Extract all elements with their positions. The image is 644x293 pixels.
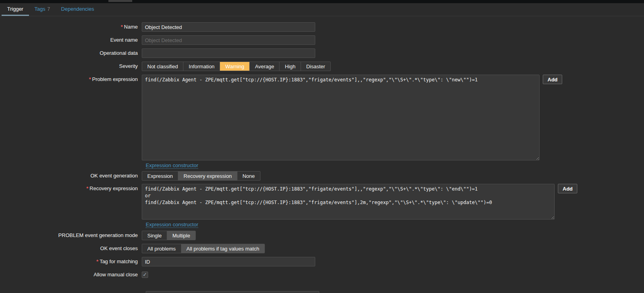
- recovery-expression-constructor-link[interactable]: Expression constructor: [146, 222, 198, 228]
- name-label: *Name: [0, 22, 142, 32]
- row-recovery-expression: *Recovery expression find(/Zabbix Agent …: [0, 184, 644, 220]
- problem-mode-multiple[interactable]: Multiple: [167, 231, 195, 240]
- severity-not-classified[interactable]: Not classified: [142, 62, 183, 71]
- ok-event-generation-group: Expression Recovery expression None: [142, 171, 260, 181]
- recovery-expression-add-button[interactable]: Add: [558, 184, 577, 193]
- allow-manual-close-checkbox[interactable]: ✓: [142, 272, 148, 278]
- row-tag-for-matching: *Tag for matching: [0, 257, 644, 266]
- problem-event-generation-mode-label: PROBLEM event generation mode: [0, 231, 142, 240]
- ok-event-generation-expression[interactable]: Expression: [142, 172, 178, 180]
- recovery-expression-textarea[interactable]: find(/Zabbix Agent - ZPE/mqtt.get["tcp:/…: [142, 184, 555, 220]
- row-problem-event-generation-mode: PROBLEM event generation mode Single Mul…: [0, 231, 644, 240]
- required-mark: *: [87, 185, 89, 191]
- top-dark-bar: [0, 0, 644, 3]
- severity-average[interactable]: Average: [249, 62, 279, 71]
- required-mark: *: [89, 76, 91, 82]
- operational-data-label: Operational data: [0, 48, 142, 58]
- row-operational-data: Operational data: [0, 48, 644, 58]
- problem-expression-add-button[interactable]: Add: [543, 75, 562, 84]
- row-severity: Severity Not classified Information Warn…: [0, 62, 644, 71]
- tab-bar: Trigger Tags 7 Dependencies: [0, 3, 644, 16]
- severity-disaster[interactable]: Disaster: [301, 62, 330, 71]
- name-input[interactable]: [142, 22, 315, 32]
- required-mark: *: [96, 258, 98, 264]
- topbar-fragment: [108, 0, 132, 2]
- row-name: *Name: [0, 22, 644, 32]
- trigger-form: *Name Event name Operational data Severi…: [0, 16, 644, 283]
- ok-event-generation-label: OK event generation: [0, 171, 142, 181]
- tab-dependencies[interactable]: Dependencies: [56, 3, 100, 16]
- recovery-expression-label: *Recovery expression: [0, 184, 142, 193]
- tab-dependencies-label: Dependencies: [61, 6, 94, 12]
- problem-expression-textarea[interactable]: find(/Zabbix Agent - ZPE/mqtt.get["tcp:/…: [142, 75, 540, 160]
- problem-expression-constructor-link[interactable]: Expression constructor: [146, 162, 198, 169]
- row-problem-expression: *Problem expression find(/Zabbix Agent -…: [0, 75, 644, 160]
- problem-expression-field: find(/Zabbix Agent - ZPE/mqtt.get["tcp:/…: [142, 75, 562, 160]
- severity-group: Not classified Information Warning Avera…: [142, 62, 331, 71]
- tag-for-matching-input[interactable]: [142, 257, 315, 266]
- severity-label: Severity: [0, 62, 142, 71]
- tab-trigger[interactable]: Trigger: [2, 3, 29, 16]
- ok-closes-all-problems[interactable]: All problems: [142, 244, 181, 253]
- event-name-input[interactable]: [142, 35, 315, 45]
- tab-tags-count: 7: [47, 6, 50, 12]
- severity-warning[interactable]: Warning: [220, 62, 249, 71]
- ok-event-closes-label: OK event closes: [0, 244, 142, 253]
- problem-expression-label: *Problem expression: [0, 75, 142, 84]
- trigger-config-page: { "tabs": [ { "label": "Trigger", "activ…: [0, 0, 644, 293]
- tab-trigger-label: Trigger: [7, 6, 23, 12]
- ok-closes-all-problems-if-tag-match[interactable]: All problems if tag values match: [181, 244, 265, 253]
- allow-manual-close-label: Allow manual close: [0, 270, 142, 280]
- tab-tags[interactable]: Tags 7: [29, 3, 56, 16]
- severity-high[interactable]: High: [279, 62, 301, 71]
- ok-event-closes-group: All problems All problems if tag values …: [142, 244, 265, 253]
- recovery-expression-field: find(/Zabbix Agent - ZPE/mqtt.get["tcp:/…: [142, 184, 577, 220]
- tag-for-matching-label: *Tag for matching: [0, 257, 142, 266]
- row-ok-event-closes: OK event closes All problems All problem…: [0, 244, 644, 253]
- event-name-label: Event name: [0, 35, 142, 45]
- check-icon: ✓: [143, 272, 147, 278]
- next-field-input-partial[interactable]: [146, 291, 319, 293]
- operational-data-input[interactable]: [142, 48, 315, 58]
- row-ok-event-generation: OK event generation Expression Recovery …: [0, 171, 644, 181]
- tab-tags-label: Tags: [35, 6, 45, 12]
- severity-information[interactable]: Information: [183, 62, 220, 71]
- problem-event-generation-mode-group: Single Multiple: [142, 231, 196, 240]
- ok-event-generation-none[interactable]: None: [237, 172, 260, 180]
- ok-event-generation-recovery-expression[interactable]: Recovery expression: [178, 172, 237, 180]
- recovery-expression-constructor-row: Expression constructor: [0, 221, 644, 228]
- row-event-name: Event name: [0, 35, 644, 45]
- row-allow-manual-close: Allow manual close ✓: [0, 270, 644, 280]
- problem-expression-constructor-row: Expression constructor: [0, 162, 644, 169]
- required-mark: *: [121, 24, 123, 30]
- problem-mode-single[interactable]: Single: [142, 231, 167, 240]
